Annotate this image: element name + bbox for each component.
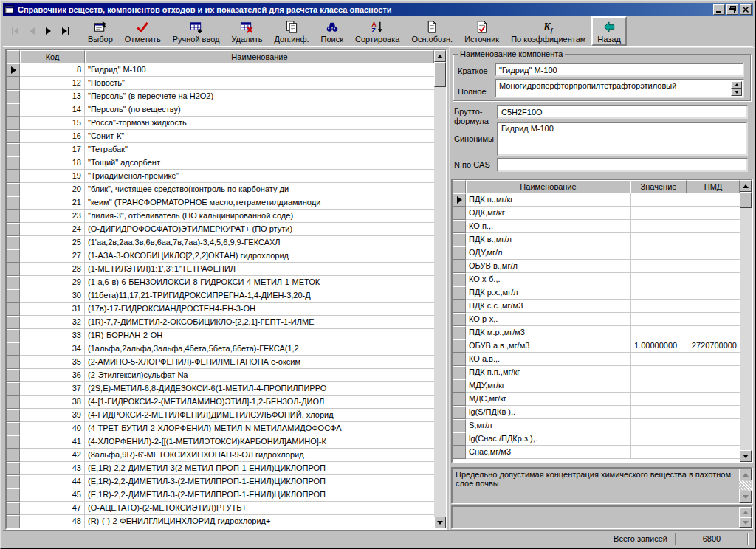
- substance-row[interactable]: 40(4-ТРЕТ-БУТИЛ-2-ХЛОРФЕНИЛ)-МЕТИЛ-N-МЕТ…: [7, 422, 434, 435]
- scroll-up-button[interactable]: [740, 180, 752, 192]
- cas-number-input[interactable]: [497, 158, 748, 172]
- substance-row[interactable]: 20"блик", чистящее средство(контроль по …: [7, 183, 434, 196]
- parameter-row[interactable]: ПДК п.,мг/кг: [453, 193, 740, 207]
- parameter-row[interactable]: ОБУВ в.,мг/л: [453, 260, 740, 273]
- row-selector[interactable]: [7, 342, 20, 356]
- substance-row[interactable]: 47(О-АЦЕТАТО)-(2-МЕТОКСИЭТИЛ)РТУТЬ+: [7, 502, 434, 515]
- row-selector[interactable]: [7, 289, 20, 303]
- scrollbar-track[interactable]: [740, 208, 752, 450]
- row-selector[interactable]: [7, 183, 20, 196]
- substance-row[interactable]: 31(17в)-17-ГИДРОКСИАНДРОСТЕН4-ЕН-3-ОН: [7, 303, 434, 316]
- parameter-row[interactable]: ПДК п.п.,мг/кг: [453, 366, 740, 379]
- mark-button[interactable]: Отметить: [119, 16, 167, 46]
- row-selector[interactable]: [453, 353, 466, 366]
- coefficients-button[interactable]: K f По коэффициентам: [505, 16, 591, 46]
- substance-row[interactable]: 8"Гидрид" М-100: [7, 63, 434, 77]
- manual-input-button[interactable]: Ручной ввод: [167, 16, 226, 46]
- substance-row[interactable]: 17"Тетрабак": [7, 143, 434, 156]
- parameter-row[interactable]: ПДК р.х.,мг/л: [453, 286, 740, 300]
- substance-row[interactable]: 48(R)-(-)-2-ФЕНИЛГЛИЦИНХЛОРИД гидрохлори…: [7, 515, 434, 528]
- row-selector[interactable]: [7, 77, 20, 90]
- row-selector[interactable]: [7, 103, 20, 117]
- parameter-row[interactable]: lg(Снас /ПДКр.з.),.: [453, 432, 740, 446]
- row-selector[interactable]: [453, 432, 466, 446]
- row-selector[interactable]: [453, 193, 466, 207]
- row-selector[interactable]: [453, 273, 466, 286]
- substance-row[interactable]: 30(11бета)11,17,21-ТРИГИДРОКСИПРЕГНА-1,4…: [7, 289, 434, 303]
- parameter-row[interactable]: Снас,мг/м3: [453, 446, 740, 459]
- parameter-row[interactable]: КО п.,.: [453, 220, 740, 233]
- row-selector[interactable]: [7, 90, 20, 103]
- row-selector[interactable]: [7, 223, 20, 236]
- row-selector[interactable]: [453, 393, 466, 406]
- delete-button[interactable]: Удалить: [225, 16, 268, 46]
- substance-row[interactable]: 15"Росса"-тормозн.жидкость: [7, 117, 434, 130]
- substance-row[interactable]: 36(2-Этилгексил)сульфат Na: [7, 369, 434, 382]
- substance-row[interactable]: 18"Тощий" адсорбент: [7, 156, 434, 170]
- parameter-row[interactable]: lg(S/ПДКв ),.: [453, 406, 740, 419]
- substance-row[interactable]: 43(Е,1R)-2,2-ДИМЕТИЛ-3(2-МЕТИЛ-ПРОП-1-ЕН…: [7, 462, 434, 475]
- row-selector[interactable]: [7, 369, 20, 382]
- select-button[interactable]: Выбор: [82, 16, 119, 46]
- substance-row[interactable]: 14"Персоль" (по веществу): [7, 103, 434, 117]
- substance-row[interactable]: 19"Триадименол-премикс": [7, 170, 434, 183]
- substance-row[interactable]: 28(1-МЕТИЛЭТИЛ)1:1',3':1"ТЕТРАФЕНИЛ: [7, 263, 434, 276]
- row-selector[interactable]: [7, 196, 20, 210]
- name-column-header[interactable]: Наименование: [85, 50, 434, 63]
- parameter-row[interactable]: ОБУВ а.в.,мг/м31.000000002720700000: [453, 339, 740, 353]
- parameter-row[interactable]: КО а.в.,.: [453, 353, 740, 366]
- row-selector[interactable]: [7, 263, 20, 276]
- row-selector[interactable]: [7, 502, 20, 515]
- substance-row[interactable]: 33(1R)-БОРНАН-2-ОН: [7, 329, 434, 342]
- substance-row[interactable]: 24(О-ДИГИДРОФОСФАТО)ЭТИЛМЕРКУРАТ+ (ПО рт…: [7, 223, 434, 236]
- nav-next-button[interactable]: [43, 25, 55, 37]
- row-selector[interactable]: [453, 366, 466, 379]
- substance-row[interactable]: 32(1R)-7,7-ДИМЕТИЛ-2-ОКСОБИЦИКЛО-[2,2,1]…: [7, 316, 434, 329]
- substance-row[interactable]: 37(2S,Е)-МЕТИЛ-6,8-ДИДЕЗОКСИ-6(1-МЕТИЛ-4…: [7, 382, 434, 396]
- parameter-row[interactable]: S,мг/л: [453, 419, 740, 432]
- value-column-header[interactable]: Значение: [630, 180, 687, 193]
- parameter-row[interactable]: ОДУ,мг/л: [453, 246, 740, 260]
- row-selector[interactable]: [7, 488, 20, 502]
- spin-down-button[interactable]: [731, 89, 742, 96]
- back-button[interactable]: Назад: [591, 16, 627, 46]
- row-selector[interactable]: [7, 316, 20, 329]
- formula-input[interactable]: [497, 105, 748, 119]
- scroll-up-button[interactable]: [739, 469, 752, 480]
- description-scrollbar[interactable]: [739, 507, 752, 528]
- scrollbar-track[interactable]: [434, 87, 446, 517]
- row-selector[interactable]: [453, 260, 466, 273]
- row-selector[interactable]: [7, 356, 20, 369]
- scroll-up-button[interactable]: [434, 50, 446, 62]
- row-selector[interactable]: [7, 210, 20, 223]
- row-selector[interactable]: [7, 276, 20, 289]
- description-scrollbar[interactable]: [739, 469, 752, 503]
- restore-button[interactable]: [726, 4, 738, 15]
- row-selector[interactable]: [453, 233, 466, 246]
- row-selector[interactable]: [7, 303, 20, 316]
- row-selector[interactable]: [7, 63, 20, 77]
- substance-row[interactable]: 35(2-АМИНО-5-ХЛОРФЕНИЛ)-ФЕНИЛМЕТАНОНА е-…: [7, 356, 434, 369]
- substance-row[interactable]: 23"лилия-3", отбеливатель (ПО кальциниро…: [7, 210, 434, 223]
- nav-last-button[interactable]: [60, 25, 72, 37]
- substance-row[interactable]: 45(Е,1R)-2,2-ДИМЕТИЛ-3-(2-МЕТИЛПРОП-1-ЕН…: [7, 488, 434, 502]
- row-selector[interactable]: [453, 313, 466, 326]
- row-selector[interactable]: [7, 156, 20, 170]
- row-selector[interactable]: [7, 170, 20, 183]
- row-selector[interactable]: [7, 396, 20, 409]
- row-selector[interactable]: [7, 422, 20, 435]
- substance-row[interactable]: 39(4-ГИДРОКСИ-2-МЕТИЛФЕНИЛ)ДИМЕТИЛСУЛЬФО…: [7, 409, 434, 422]
- parameter-row[interactable]: ПДК в.,мг/л: [453, 233, 740, 246]
- substance-row[interactable]: 34(1альфа,2альфа,3альфа,4бета,5бета,6бет…: [7, 342, 434, 356]
- search-button[interactable]: Поиск: [315, 16, 349, 46]
- substance-row[interactable]: 42(8альфа,9R)-6'-МЕТОКСИХИНХОНАН-9-ОЛ ги…: [7, 449, 434, 462]
- parameters-scrollbar[interactable]: [740, 180, 752, 462]
- substance-row[interactable]: 44(Е,1R)-2,2-ДИМЕТИЛ-3-(2-МЕТИЛПРОП-1-ЕН…: [7, 475, 434, 488]
- substance-row[interactable]: 13"Персоль" (в пересчете на Н2О2): [7, 90, 434, 103]
- nmd-column-header[interactable]: НМД: [687, 180, 740, 193]
- synonyms-input[interactable]: Гидрид М-100: [497, 122, 748, 156]
- row-selector[interactable]: [453, 246, 466, 260]
- parameter-row[interactable]: МДС,мг/кг: [453, 393, 740, 406]
- scroll-down-button[interactable]: [739, 491, 752, 503]
- parameter-row[interactable]: ПДК м.р.,мг/м3: [453, 326, 740, 339]
